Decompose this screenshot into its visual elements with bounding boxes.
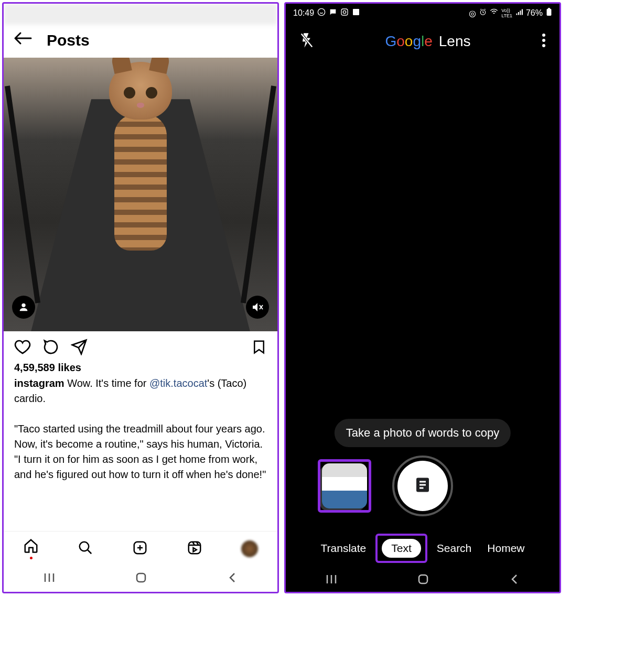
save-button[interactable]	[251, 339, 267, 357]
svg-point-1	[80, 541, 89, 551]
status-bar-blurred	[4, 4, 277, 25]
svg-rect-3	[189, 541, 201, 554]
svg-rect-8	[353, 9, 359, 15]
lens-header: Google Lens	[286, 23, 559, 56]
nav-profile-avatar[interactable]	[241, 540, 258, 557]
lens-label: Lens	[439, 33, 471, 50]
chat-icon	[329, 8, 337, 18]
svg-rect-6	[341, 9, 348, 15]
mode-text-active[interactable]: Text	[382, 539, 421, 558]
comment-button[interactable]	[42, 339, 59, 357]
mode-search[interactable]: Search	[437, 542, 472, 555]
text-document-icon	[413, 475, 432, 496]
more-vert-icon[interactable]	[542, 33, 546, 50]
svg-point-13	[542, 39, 545, 42]
alarm-icon	[479, 8, 487, 18]
tagged-people-icon[interactable]	[12, 296, 35, 319]
svg-point-5	[318, 8, 325, 15]
android-nav-bar	[4, 566, 277, 592]
highlight-box	[318, 459, 371, 513]
bottom-nav	[4, 531, 277, 566]
post-caption[interactable]: instagram Wow. It's time for @tik.tacoca…	[4, 376, 277, 482]
home-pill-icon[interactable]	[135, 571, 147, 586]
caption-body: "Taco started using the treadmill about …	[14, 423, 266, 480]
post-media[interactable]	[4, 58, 277, 331]
recents-icon[interactable]	[44, 572, 55, 585]
svg-rect-10	[547, 9, 552, 16]
dnd-icon: ◎	[469, 8, 476, 18]
caption-username[interactable]: instagram	[14, 377, 64, 389]
google-lens-screenshot: 10:49 ◎ Vo))LTE1	[284, 2, 561, 593]
shutter-button[interactable]	[392, 456, 453, 516]
status-bar: 10:49 ◎ Vo))LTE1	[286, 4, 559, 23]
back-chevron-icon[interactable]	[227, 571, 238, 586]
network-label: Vo))LTE1	[501, 8, 512, 18]
battery-icon	[546, 8, 552, 18]
flash-off-icon[interactable]	[299, 32, 314, 51]
share-button[interactable]	[71, 339, 88, 357]
like-button[interactable]	[14, 339, 31, 357]
signal-icon	[515, 8, 523, 18]
svg-point-0	[21, 304, 25, 307]
status-time: 10:49	[293, 8, 314, 18]
nav-search-icon[interactable]	[78, 540, 93, 558]
battery-percent: 76%	[526, 8, 543, 18]
nav-reels-icon[interactable]	[187, 540, 202, 558]
likes-count[interactable]: 4,59,589 likes	[4, 362, 277, 376]
svg-rect-11	[548, 8, 550, 9]
gallery-notif-icon	[352, 8, 360, 18]
camera-viewfinder[interactable]: Take a photo of words to copy	[286, 56, 559, 535]
home-pill-icon[interactable]	[417, 573, 429, 588]
svg-point-12	[542, 34, 545, 37]
android-nav-bar	[286, 569, 559, 592]
cat-illustration	[93, 62, 188, 261]
recents-icon[interactable]	[326, 574, 337, 587]
caption-mention[interactable]: @tik.tacocat	[149, 377, 207, 389]
back-chevron-icon[interactable]	[509, 573, 520, 588]
posts-header: Posts	[4, 25, 277, 58]
lens-title: Google Lens	[314, 33, 542, 50]
instagram-screenshot: Posts	[2, 2, 279, 593]
google-logo-text: Google	[385, 33, 432, 50]
wifi-icon	[490, 8, 498, 18]
whatsapp-icon	[317, 8, 326, 18]
nav-home-icon[interactable]	[23, 538, 39, 559]
capture-controls	[286, 456, 559, 516]
post-actions-row	[4, 331, 277, 362]
nav-add-icon[interactable]	[132, 540, 148, 558]
svg-rect-16	[419, 575, 427, 583]
svg-point-14	[542, 44, 545, 47]
mode-translate[interactable]: Translate	[320, 542, 366, 555]
mute-icon[interactable]	[246, 296, 269, 319]
back-arrow-icon[interactable]	[13, 31, 32, 49]
page-title: Posts	[47, 31, 90, 49]
gallery-thumbnail[interactable]	[322, 463, 367, 508]
hint-pill: Take a photo of words to copy	[335, 419, 511, 447]
mode-homework[interactable]: Homew	[487, 542, 524, 555]
highlight-box	[375, 534, 427, 563]
instagram-notif-icon	[340, 8, 349, 18]
lens-mode-row[interactable]: Translate Text Search Homew	[286, 535, 559, 569]
svg-rect-4	[137, 573, 145, 582]
svg-point-7	[343, 10, 346, 13]
